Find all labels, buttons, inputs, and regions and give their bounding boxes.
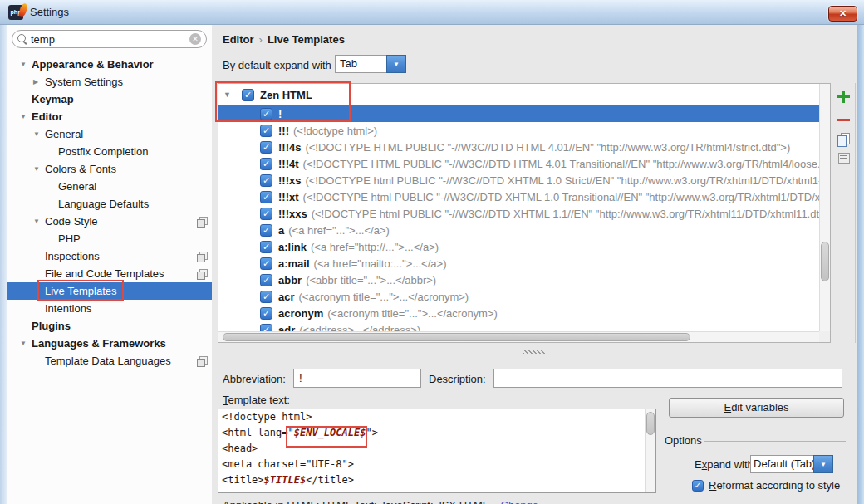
checkbox-icon[interactable]: ✓ <box>260 174 272 187</box>
template-row-xs[interactable]: ✓!!!xs(<!DOCTYPE html PUBLIC "-//W3C//DT… <box>218 172 830 188</box>
checkbox-icon[interactable]: ✓ <box>260 291 272 303</box>
checkbox-icon[interactable]: ✓ <box>260 274 272 286</box>
chevron-open-icon[interactable]: ▼ <box>20 335 32 352</box>
template-group-zen-html[interactable]: ▼ ✓ Zen HTML <box>218 84 830 105</box>
sidebar-item-language-defaults[interactable]: Language Defaults <box>7 195 212 213</box>
sidebar-item-intentions[interactable]: Intentions <box>7 300 212 317</box>
default-expand-combobox[interactable]: Tab ▼ <box>335 55 406 73</box>
chevron-open-icon[interactable]: ▼ <box>20 108 32 125</box>
sidebar-item-general[interactable]: General <box>7 178 212 195</box>
duplicate-template-button[interactable] <box>837 133 850 146</box>
checkbox-icon[interactable]: ✓ <box>260 241 272 253</box>
settings-search-input[interactable]: temp ✕ <box>12 30 207 48</box>
template-list-toolbar <box>831 83 856 343</box>
options-divider <box>704 441 846 442</box>
description-field[interactable] <box>493 369 842 388</box>
sidebar-item-template-data-languages[interactable]: Template Data Languages <box>7 352 212 369</box>
horizontal-scrollbar[interactable] <box>218 331 819 342</box>
template-row-a-link[interactable]: ✓a:link(<a href="http://...">...</a>) <box>218 238 830 255</box>
template-row-acr[interactable]: ✓acr(<acronym title="...">...</acronym>) <box>218 288 830 305</box>
vertical-scrollbar[interactable] <box>819 84 830 331</box>
template-row-xt[interactable]: ✓!!!xt(<!DOCTYPE html PUBLIC "-//W3C//DT… <box>218 188 830 205</box>
template-text-editor[interactable]: <!doctype html><html lang="$ENV_LOCALE$"… <box>218 409 656 493</box>
template-row-a[interactable]: ✓a(<a href="...">...</a>) <box>218 222 830 238</box>
search-value: temp <box>31 33 189 46</box>
expand-with-combobox[interactable]: Default (Tab) ▼ <box>750 455 833 473</box>
vertical-scrollbar-thumb[interactable] <box>821 242 829 281</box>
sidebar-item-php[interactable]: PHP <box>7 230 212 247</box>
chevron-down-icon[interactable]: ▼ <box>813 455 833 473</box>
template-row-item[interactable]: ✓! <box>218 105 830 122</box>
sidebar-item-editor[interactable]: ▼Editor <box>7 108 212 125</box>
editor-scrollbar-thumb[interactable] <box>646 412 655 435</box>
checkbox-icon[interactable]: ✓ <box>260 141 272 154</box>
abbreviation-field[interactable]: ! <box>293 369 421 388</box>
template-list: ▼ ✓ Zen HTML ✓!✓!!!(<!doctype html>)✓!!!… <box>218 83 831 343</box>
template-row-xxs[interactable]: ✓!!!xxs(<!DOCTYPE html PUBLIC "-//W3C//D… <box>218 205 830 222</box>
checkbox-icon[interactable]: ✓ <box>260 224 272 237</box>
checkbox-icon[interactable]: ✓ <box>260 208 272 220</box>
checkbox-icon[interactable]: ✓ <box>242 89 254 101</box>
sidebar-item-label: Intentions <box>45 300 91 317</box>
chevron-open-icon[interactable]: ▼ <box>223 91 237 99</box>
sidebar-item-label: Colors & Fonts <box>45 160 116 178</box>
horizontal-scrollbar-thumb[interactable] <box>223 333 690 341</box>
editor-scrollbar[interactable] <box>645 409 655 492</box>
chevron-open-icon[interactable]: ▼ <box>33 160 45 178</box>
sidebar-item-keymap[interactable]: Keymap <box>7 91 212 108</box>
remove-template-button[interactable] <box>837 113 850 126</box>
template-row-4s[interactable]: ✓!!!4s(<!DOCTYPE HTML PUBLIC "-//W3C//DT… <box>218 139 830 155</box>
template-description: (<!DOCTYPE html PUBLIC "-//W3C//DTD XHTM… <box>303 191 823 203</box>
chevron-down-icon[interactable]: ▼ <box>386 55 406 73</box>
chevron-open-icon[interactable]: ▼ <box>33 125 45 143</box>
edit-variables-button[interactable]: Edit variables <box>669 398 844 418</box>
sidebar-item-general[interactable]: ▼General <box>7 125 212 143</box>
sidebar-item-file-and-code-templates[interactable]: File and Code Templates <box>7 265 212 282</box>
sidebar-item-plugins[interactable]: Plugins <box>7 317 212 335</box>
template-description: (<!DOCTYPE HTML PUBLIC "-//W3C//DTD HTML… <box>303 158 821 170</box>
sidebar-item-colors-fonts[interactable]: ▼Colors & Fonts <box>7 160 212 178</box>
template-row-acronym[interactable]: ✓acronym(<acronym title="...">...</acron… <box>218 305 830 321</box>
clear-search-icon[interactable]: ✕ <box>189 33 201 45</box>
template-row-4t[interactable]: ✓!!!4t(<!DOCTYPE HTML PUBLIC "-//W3C//DT… <box>218 155 830 172</box>
sidebar-item-system-settings[interactable]: ▶System Settings <box>7 73 212 91</box>
template-abbreviation: a:link <box>278 241 307 253</box>
checkbox-icon[interactable]: ✓ <box>260 257 272 270</box>
sidebar-item-label: System Settings <box>45 73 123 91</box>
expand-with-value: Default (Tab) <box>750 455 813 473</box>
add-template-button[interactable] <box>837 90 850 103</box>
chevron-open-icon[interactable]: ▼ <box>33 213 45 230</box>
shared-settings-icon <box>197 252 206 261</box>
titlebar[interactable]: php Settings ✕ <box>0 0 864 25</box>
reformat-checkbox[interactable]: ✓ <box>692 480 704 492</box>
sidebar-item-live-templates[interactable]: Live Templates <box>7 282 212 300</box>
sidebar-item-appearance-behavior[interactable]: ▼Appearance & Behavior <box>7 56 212 73</box>
sidebar-item-code-style[interactable]: ▼Code Style <box>7 213 212 230</box>
restore-defaults-button[interactable] <box>837 151 850 164</box>
template-abbreviation: acronym <box>278 307 323 320</box>
template-row-abbr[interactable]: ✓abbr(<abbr title="...">...</abbr>) <box>218 272 830 288</box>
splitter[interactable] <box>212 343 857 359</box>
template-code-line: <!doctype html> <box>218 409 655 425</box>
template-row-item[interactable]: ✓!!!(<!doctype html>) <box>218 122 830 139</box>
close-button[interactable]: ✕ <box>828 6 857 22</box>
template-row-a-mail[interactable]: ✓a:mail(<a href="mailto:...">...</a>) <box>218 255 830 272</box>
chevron-open-icon[interactable]: ▼ <box>20 56 32 73</box>
template-description: (<a href="http://...">...</a>) <box>311 241 439 253</box>
chevron-closed-icon[interactable]: ▶ <box>33 73 45 91</box>
breadcrumb-separator: › <box>254 33 268 46</box>
sidebar-item-languages-frameworks[interactable]: ▼Languages & Frameworks <box>7 335 212 352</box>
checkbox-icon[interactable]: ✓ <box>260 158 272 170</box>
checkbox-icon[interactable]: ✓ <box>260 307 272 320</box>
sidebar-item-label: Plugins <box>32 317 71 335</box>
splitter-handle[interactable] <box>523 350 545 354</box>
change-link[interactable]: Change <box>501 499 539 504</box>
checkbox-icon[interactable]: ✓ <box>260 108 272 120</box>
settings-window: php Settings ✕ temp ✕ ▼Appearance & Beha… <box>0 0 864 504</box>
template-description: (<!doctype html>) <box>293 125 377 137</box>
checkbox-icon[interactable]: ✓ <box>260 191 272 203</box>
checkbox-icon[interactable]: ✓ <box>260 125 272 137</box>
breadcrumb-editor[interactable]: Editor <box>223 33 254 46</box>
sidebar-item-inspections[interactable]: Inspections <box>7 247 212 265</box>
sidebar-item-postfix-completion[interactable]: Postfix Completion <box>7 143 212 160</box>
